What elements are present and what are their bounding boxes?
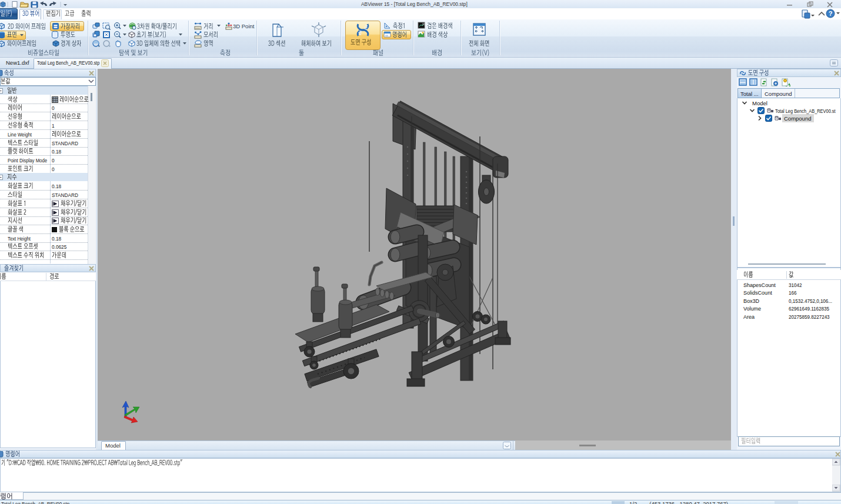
svg-text:?: ? — [829, 10, 833, 17]
